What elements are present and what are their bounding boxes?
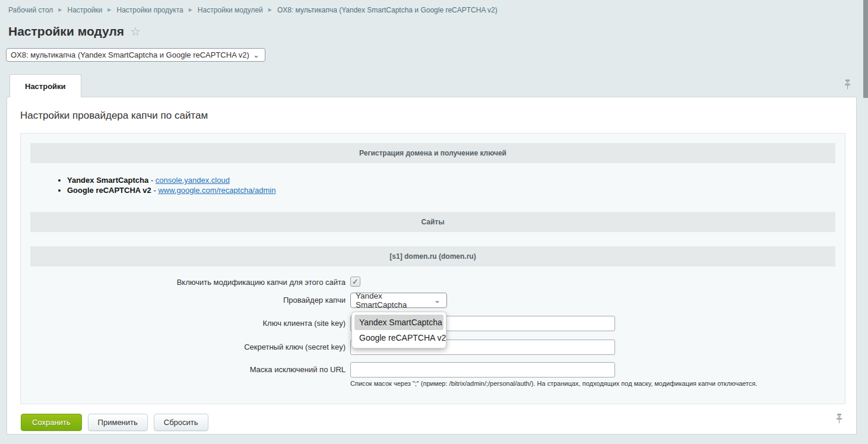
breadcrumb-arrow-icon: ▶ [189,8,192,12]
breadcrumb-item-module-settings[interactable]: Настройки модулей [198,6,263,14]
url-mask-label: Маска исключений по URL [30,362,350,374]
footer-buttons: Сохранить Применить Сбросить [21,414,856,431]
breadcrumb-arrow-icon: ▶ [58,8,62,12]
section-header-site1: [s1] domen.ru (domen.ru) [30,246,835,267]
provider-dropdown: Yandex SmartCaptcha Google reCAPTCHA v2 [351,312,446,348]
breadcrumb-item-settings[interactable]: Настройки [67,6,102,14]
option-yandex-smartcaptcha[interactable]: Yandex SmartCaptcha [354,315,443,330]
tab-bar: Настройки [0,74,868,97]
breadcrumb-arrow-icon: ▶ [107,8,111,12]
secret-key-label: Секретный ключ (secret key) [30,340,350,351]
list-item: Yandex SmartCaptcha - console.yandex.clo… [67,176,835,186]
section-header-registration: Регистрация домена и получение ключей [30,143,835,163]
page-title: Настройки модуля [8,24,124,39]
provider-links-list: Yandex SmartCaptcha - console.yandex.clo… [67,176,835,195]
site-key-label: Ключ клиента (site key) [30,316,350,328]
enable-captcha-checkbox[interactable]: ✓ [350,277,360,287]
provider-label: Провайдер капчи [30,293,350,305]
module-select[interactable]: OX8: мультикапча (Yandex SmartCaptcha и … [6,48,265,62]
yandex-console-link[interactable]: console.yandex.cloud [156,176,230,185]
checkmark-icon: ✓ [352,278,359,286]
pin-icon[interactable] [835,414,843,427]
chevron-down-icon: ⌄ [252,53,261,58]
tab-settings[interactable]: Настройки [9,74,81,97]
apply-button[interactable]: Применить [88,414,148,431]
option-google-recaptcha-v2[interactable]: Google reCAPTCHA v2 [354,330,443,345]
favorite-star-icon[interactable]: ☆ [130,26,141,37]
breadcrumb-item-current-module: OX8: мультикапча (Yandex SmartCaptcha и … [277,6,498,14]
separator-text: - [151,186,159,195]
pin-icon[interactable] [844,80,851,93]
breadcrumb-item-product-settings[interactable]: Настройки продукта [116,6,183,14]
breadcrumb-arrow-icon: ▶ [268,8,272,12]
provider-select-value: Yandex SmartCaptcha [356,291,433,309]
field-row-url-mask: Маска исключений по URL Список масок чер… [30,362,835,387]
enable-captcha-label: Включить модификацию капчи для этого сай… [30,277,350,287]
chevron-down-icon: ⌄ [433,298,442,303]
url-mask-input[interactable] [350,362,615,378]
reset-button[interactable]: Сбросить [154,414,208,431]
provider-select[interactable]: Yandex SmartCaptcha ⌄ [350,293,447,308]
section-header-sites: Сайты [30,212,835,232]
settings-panel: Регистрация домена и получение ключей Ya… [20,133,845,404]
list-item: Google reCAPTCHA v2 - www.google.com/rec… [67,186,835,196]
title-row: Настройки модуля ☆ [8,24,868,39]
separator-text: - [148,176,156,185]
breadcrumb: Рабочий стол ▶ Настройки ▶ Настройки про… [0,0,868,14]
breadcrumb-item-desktop[interactable]: Рабочий стол [8,6,53,14]
url-mask-hint: Список масок через ";" (пример: /bitrix/… [350,380,757,387]
google-recaptcha-link[interactable]: www.google.com/recaptcha/admin [158,186,275,195]
field-row-provider: Провайдер капчи Yandex SmartCaptcha ⌄ Ya… [30,293,835,308]
provider-name: Yandex SmartCaptcha [67,176,148,185]
provider-name: Google reCAPTCHA v2 [67,186,151,195]
vertical-scrollbar[interactable] [863,0,868,98]
content-area: Настройки провайдера капчи по сайтам Рег… [7,97,857,435]
save-button[interactable]: Сохранить [21,414,82,431]
field-row-enable: Включить модификацию капчи для этого сай… [30,277,835,287]
module-select-value: OX8: мультикапча (Yandex SmartCaptcha и … [11,50,252,59]
form-heading: Настройки провайдера капчи по сайтам [7,97,856,122]
